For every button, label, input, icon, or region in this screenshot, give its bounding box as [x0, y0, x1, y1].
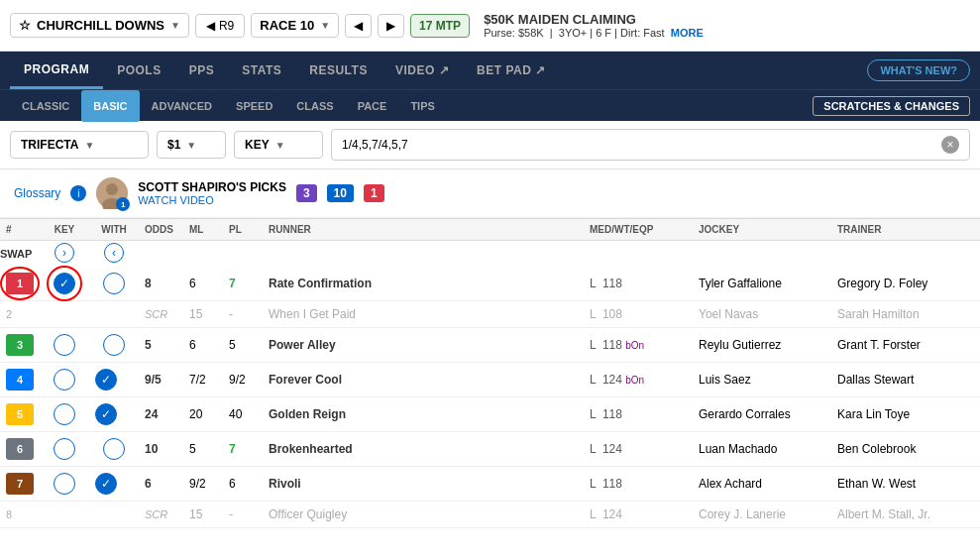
chevron-down-icon: ▼ — [186, 140, 196, 151]
bet-selection-input[interactable] — [342, 138, 941, 152]
odds-cell: SCR — [139, 502, 183, 528]
ml-cell: 20 — [183, 397, 223, 432]
jockey-cell: Corey J. Lanerie — [693, 502, 831, 528]
prev-race-arrow[interactable]: ◀ — [345, 14, 372, 38]
swap-right-arrow[interactable]: › — [54, 243, 74, 263]
med-wt-eqp-cell: L 124 bOn — [584, 363, 693, 397]
tab-video[interactable]: VIDEO ↗ — [381, 52, 463, 89]
with-checkbox-cell — [89, 363, 139, 397]
swap-left-arrow[interactable]: ‹ — [104, 243, 124, 263]
col-runner: RUNNER — [263, 219, 584, 241]
sub-tab-tips[interactable]: TIPS — [398, 90, 446, 122]
key-checkbox[interactable] — [54, 473, 75, 495]
star-icon: ☆ — [19, 18, 31, 33]
runner-number-cell: 2 — [0, 301, 40, 328]
race-nav-label: R9 — [219, 19, 234, 33]
sub-tab-basic[interactable]: BASIC — [81, 90, 139, 122]
table-container: # KEY WITH ODDS ML PL RUNNER MED/WT/EQP … — [0, 218, 980, 528]
ml-cell: 6 — [183, 267, 223, 301]
runner-number-cell: 3 — [0, 328, 40, 363]
race-label: RACE 10 — [260, 18, 314, 33]
with-checkbox-cell — [89, 397, 139, 432]
key-checkbox-cell — [40, 502, 89, 528]
table-row: 61057BrokenheartedL 124Luan MachadoBen C… — [0, 432, 980, 467]
bet-row: TRIFECTA ▼ $1 ▼ KEY ▼ × — [0, 121, 980, 169]
table-row: 769/26RivoliL 118Alex AchardEthan W. Wes… — [0, 467, 980, 502]
with-checkbox-cell — [89, 267, 139, 301]
key-checkbox[interactable] — [54, 369, 75, 391]
whats-new-button[interactable]: WHAT'S NEW? — [867, 59, 970, 81]
tab-program[interactable]: PROGRAM — [10, 52, 103, 89]
bet-amount-dropdown[interactable]: $1 ▼ — [157, 131, 226, 159]
ml-cell: 15 — [183, 301, 223, 328]
tab-stats[interactable]: STATS — [228, 52, 295, 89]
col-medwteqp: MED/WT/EQP — [584, 219, 693, 241]
pl-cell: - — [223, 301, 263, 328]
chevron-down-icon: ▼ — [84, 140, 94, 151]
jockey-cell: Luis Saez — [693, 363, 831, 397]
table-row: 49/57/29/2Forever CoolL 124 bOnLuis Saez… — [0, 363, 980, 397]
more-link[interactable]: MORE — [671, 27, 704, 39]
key-checkbox[interactable] — [54, 403, 75, 425]
watch-video-link[interactable]: WATCH VIDEO — [138, 194, 286, 206]
runner-1-highlighted: 1 — [6, 273, 34, 294]
with-checkbox[interactable] — [103, 273, 125, 294]
trainer-cell: Ben Colebrook — [831, 432, 980, 467]
bet-selection-container: × — [331, 129, 970, 161]
runner-name-cell: Rivoli — [263, 467, 584, 502]
race-details: Purse: $58K | 3YO+ | 6 F | Dirt: Fast MO… — [484, 27, 704, 39]
col-odds: ODDS — [139, 219, 183, 241]
col-ml: ML — [183, 219, 223, 241]
prev-race-button[interactable]: ◀ R9 — [195, 14, 245, 38]
col-jockey: JOCKEY — [693, 219, 831, 241]
with-checkbox[interactable] — [95, 473, 117, 495]
info-icon[interactable]: i — [70, 185, 86, 201]
with-checkbox[interactable] — [103, 438, 125, 460]
jockey-cell: Yoel Navas — [693, 301, 831, 328]
trainer-cell: Dallas Stewart — [831, 363, 980, 397]
table-row: 3565Power AlleyL 118 bOnReylu GutierrezG… — [0, 328, 980, 363]
tab-pools[interactable]: POOLS — [103, 52, 175, 89]
sub-tab-advanced[interactable]: ADVANCED — [140, 90, 225, 122]
key-checkbox[interactable] — [54, 273, 75, 294]
sub-tab-class[interactable]: CLASS — [284, 90, 345, 122]
key-checkbox-cell — [40, 267, 89, 301]
sub-tab-classic[interactable]: CLASSIC — [10, 90, 81, 122]
picks-badge-3: 1 — [364, 184, 384, 202]
mtp-badge: 17 MTP — [410, 14, 470, 38]
odds-cell: 5 — [139, 328, 183, 363]
col-hash: # — [0, 219, 40, 241]
scratches-button[interactable]: SCRATCHES & CHANGES — [813, 96, 970, 116]
ml-cell: 15 — [183, 502, 223, 528]
ml-cell: 7/2 — [183, 363, 223, 397]
sub-nav: CLASSIC BASIC ADVANCED SPEED CLASS PACE … — [0, 89, 980, 121]
tab-betpad[interactable]: BET PAD ↗ — [463, 52, 560, 89]
bet-type-dropdown[interactable]: TRIFECTA ▼ — [10, 131, 149, 159]
bet-mode-dropdown[interactable]: KEY ▼ — [234, 131, 323, 159]
race-selector[interactable]: RACE 10 ▼ — [251, 13, 339, 38]
ml-cell: 9/2 — [183, 467, 223, 502]
key-checkbox-cell — [40, 328, 89, 363]
runner-name-cell: Forever Cool — [263, 363, 584, 397]
jockey-cell: Tyler Gaffalione — [693, 267, 831, 301]
jockey-cell: Gerardo Corrales — [693, 397, 831, 432]
glossary-label[interactable]: Glossary — [14, 186, 60, 200]
with-checkbox[interactable] — [103, 334, 125, 356]
pl-cell: 9/2 — [223, 363, 263, 397]
with-checkbox[interactable] — [95, 403, 117, 425]
sub-tab-speed[interactable]: SPEED — [224, 90, 284, 122]
pl-cell: 6 — [223, 467, 263, 502]
key-checkbox[interactable] — [54, 334, 75, 356]
picks-badge-2: 10 — [327, 184, 354, 202]
next-race-arrow[interactable]: ▶ — [378, 14, 404, 38]
key-checkbox-cell — [40, 467, 89, 502]
with-checkbox[interactable] — [95, 369, 117, 391]
key-checkbox[interactable] — [54, 438, 75, 460]
clear-selection-button[interactable]: × — [941, 136, 959, 154]
tab-results[interactable]: RESULTS — [295, 52, 381, 89]
tab-pps[interactable]: PPs — [175, 52, 229, 89]
track-selector[interactable]: ☆ CHURCHILL DOWNS ▼ — [10, 13, 189, 38]
runner-name-cell: When I Get Paid — [263, 301, 584, 328]
odds-cell: 8 — [139, 267, 183, 301]
sub-tab-pace[interactable]: PACE — [346, 90, 399, 122]
